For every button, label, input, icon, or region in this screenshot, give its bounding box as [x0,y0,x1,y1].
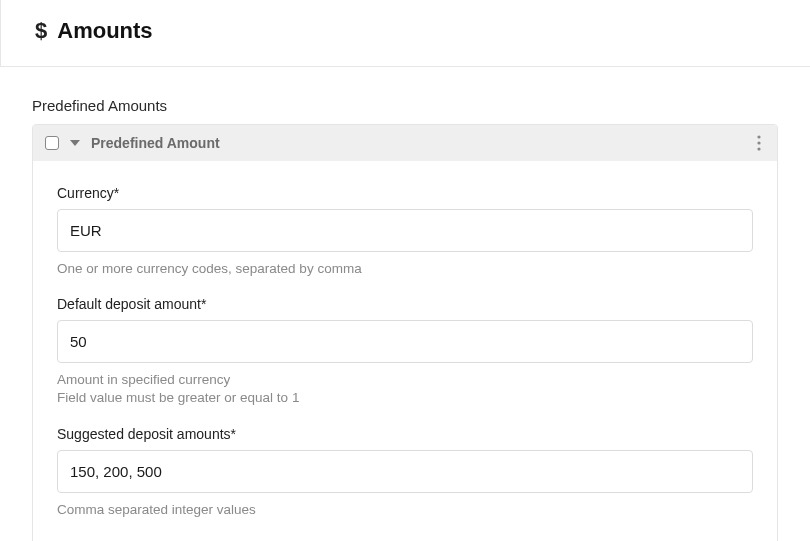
select-checkbox[interactable] [45,136,59,150]
default-amount-help: Amount in specified currency Field value… [57,371,753,407]
suggested-input[interactable] [57,450,753,493]
card-header: Predefined Amount [33,125,777,161]
card-body: Currency* One or more currency codes, se… [33,161,777,541]
card-header-title: Predefined Amount [91,135,743,151]
currency-label: Currency* [57,185,753,201]
page-header: $ Amounts [0,0,810,67]
predefined-amount-card: Predefined Amount Currency* One or more … [32,124,778,541]
default-amount-field: Default deposit amount* Amount in specif… [57,296,753,407]
svg-point-2 [757,147,760,150]
dollar-icon: $ [35,20,47,42]
default-amount-label: Default deposit amount* [57,296,753,312]
section-label: Predefined Amounts [32,97,778,114]
page-title: Amounts [57,18,152,44]
suggested-label: Suggested deposit amounts* [57,426,753,442]
svg-point-0 [757,135,760,138]
collapse-toggle[interactable] [69,138,81,148]
default-amount-input[interactable] [57,320,753,363]
more-vertical-icon [757,135,761,151]
more-actions-button[interactable] [753,135,765,151]
currency-input[interactable] [57,209,753,252]
suggested-field: Suggested deposit amounts* Comma separat… [57,426,753,519]
content-area: Predefined Amounts Predefined Amount Cur… [0,67,810,541]
currency-help: One or more currency codes, separated by… [57,260,753,278]
currency-field: Currency* One or more currency codes, se… [57,185,753,278]
caret-down-icon [69,138,81,148]
svg-point-1 [757,141,760,144]
suggested-help: Comma separated integer values [57,501,753,519]
default-amount-help-line1: Amount in specified currency [57,371,753,389]
default-amount-help-line2: Field value must be greater or equal to … [57,389,753,407]
